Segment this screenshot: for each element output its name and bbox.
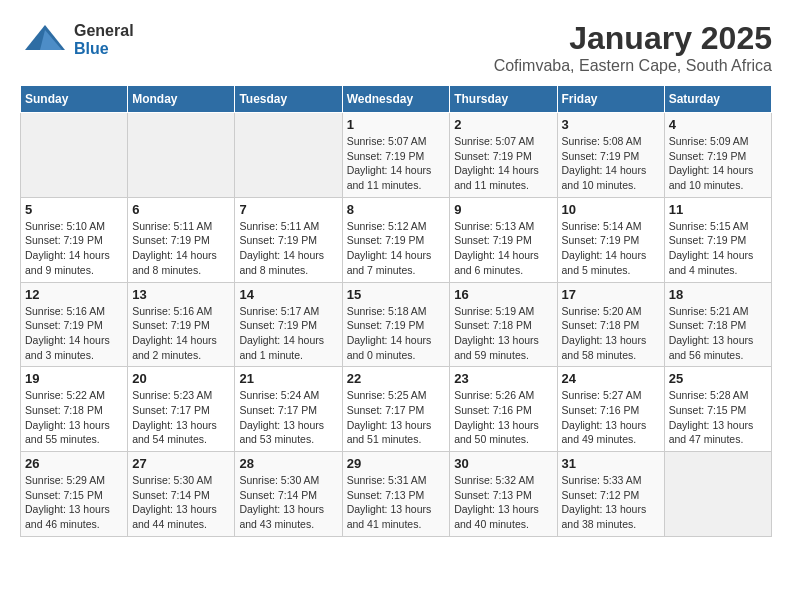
day-info: Sunrise: 5:20 AM Sunset: 7:18 PM Dayligh… (562, 304, 660, 363)
day-number: 28 (239, 456, 337, 471)
day-number: 6 (132, 202, 230, 217)
day-info: Sunrise: 5:08 AM Sunset: 7:19 PM Dayligh… (562, 134, 660, 193)
day-number: 5 (25, 202, 123, 217)
day-number: 20 (132, 371, 230, 386)
day-number: 26 (25, 456, 123, 471)
calendar-week-row: 26Sunrise: 5:29 AM Sunset: 7:15 PM Dayli… (21, 452, 772, 537)
calendar-cell: 11Sunrise: 5:15 AM Sunset: 7:19 PM Dayli… (664, 197, 771, 282)
day-number: 15 (347, 287, 446, 302)
day-info: Sunrise: 5:12 AM Sunset: 7:19 PM Dayligh… (347, 219, 446, 278)
page-header: General Blue January 2025 Cofimvaba, Eas… (20, 20, 772, 75)
calendar-cell: 12Sunrise: 5:16 AM Sunset: 7:19 PM Dayli… (21, 282, 128, 367)
day-number: 10 (562, 202, 660, 217)
weekday-header: Thursday (450, 86, 557, 113)
day-number: 13 (132, 287, 230, 302)
calendar-cell: 29Sunrise: 5:31 AM Sunset: 7:13 PM Dayli… (342, 452, 450, 537)
day-info: Sunrise: 5:11 AM Sunset: 7:19 PM Dayligh… (132, 219, 230, 278)
day-number: 17 (562, 287, 660, 302)
day-info: Sunrise: 5:09 AM Sunset: 7:19 PM Dayligh… (669, 134, 767, 193)
day-info: Sunrise: 5:28 AM Sunset: 7:15 PM Dayligh… (669, 388, 767, 447)
calendar-cell: 9Sunrise: 5:13 AM Sunset: 7:19 PM Daylig… (450, 197, 557, 282)
day-info: Sunrise: 5:25 AM Sunset: 7:17 PM Dayligh… (347, 388, 446, 447)
logo-general-text: General (74, 22, 134, 40)
calendar-cell: 31Sunrise: 5:33 AM Sunset: 7:12 PM Dayli… (557, 452, 664, 537)
day-number: 23 (454, 371, 552, 386)
weekday-header: Sunday (21, 86, 128, 113)
day-info: Sunrise: 5:07 AM Sunset: 7:19 PM Dayligh… (454, 134, 552, 193)
day-number: 9 (454, 202, 552, 217)
calendar-cell: 25Sunrise: 5:28 AM Sunset: 7:15 PM Dayli… (664, 367, 771, 452)
calendar-cell: 26Sunrise: 5:29 AM Sunset: 7:15 PM Dayli… (21, 452, 128, 537)
day-info: Sunrise: 5:14 AM Sunset: 7:19 PM Dayligh… (562, 219, 660, 278)
calendar-week-row: 12Sunrise: 5:16 AM Sunset: 7:19 PM Dayli… (21, 282, 772, 367)
logo-blue-text: Blue (74, 40, 134, 58)
day-number: 14 (239, 287, 337, 302)
page-title: January 2025 (494, 20, 772, 57)
calendar-cell: 30Sunrise: 5:32 AM Sunset: 7:13 PM Dayli… (450, 452, 557, 537)
day-number: 30 (454, 456, 552, 471)
calendar-cell: 10Sunrise: 5:14 AM Sunset: 7:19 PM Dayli… (557, 197, 664, 282)
weekday-header: Monday (128, 86, 235, 113)
calendar-cell: 15Sunrise: 5:18 AM Sunset: 7:19 PM Dayli… (342, 282, 450, 367)
calendar-cell: 18Sunrise: 5:21 AM Sunset: 7:18 PM Dayli… (664, 282, 771, 367)
logo-icon (20, 20, 70, 60)
day-number: 2 (454, 117, 552, 132)
day-number: 25 (669, 371, 767, 386)
day-number: 19 (25, 371, 123, 386)
day-info: Sunrise: 5:30 AM Sunset: 7:14 PM Dayligh… (132, 473, 230, 532)
day-info: Sunrise: 5:29 AM Sunset: 7:15 PM Dayligh… (25, 473, 123, 532)
day-info: Sunrise: 5:15 AM Sunset: 7:19 PM Dayligh… (669, 219, 767, 278)
calendar-week-row: 5Sunrise: 5:10 AM Sunset: 7:19 PM Daylig… (21, 197, 772, 282)
calendar-week-row: 19Sunrise: 5:22 AM Sunset: 7:18 PM Dayli… (21, 367, 772, 452)
day-info: Sunrise: 5:27 AM Sunset: 7:16 PM Dayligh… (562, 388, 660, 447)
day-info: Sunrise: 5:19 AM Sunset: 7:18 PM Dayligh… (454, 304, 552, 363)
calendar-cell: 7Sunrise: 5:11 AM Sunset: 7:19 PM Daylig… (235, 197, 342, 282)
calendar-cell (664, 452, 771, 537)
calendar-cell: 2Sunrise: 5:07 AM Sunset: 7:19 PM Daylig… (450, 113, 557, 198)
logo: General Blue (20, 20, 134, 60)
day-number: 24 (562, 371, 660, 386)
day-info: Sunrise: 5:24 AM Sunset: 7:17 PM Dayligh… (239, 388, 337, 447)
calendar-cell (235, 113, 342, 198)
calendar-cell: 23Sunrise: 5:26 AM Sunset: 7:16 PM Dayli… (450, 367, 557, 452)
day-info: Sunrise: 5:33 AM Sunset: 7:12 PM Dayligh… (562, 473, 660, 532)
day-number: 16 (454, 287, 552, 302)
day-info: Sunrise: 5:07 AM Sunset: 7:19 PM Dayligh… (347, 134, 446, 193)
day-number: 4 (669, 117, 767, 132)
day-number: 11 (669, 202, 767, 217)
weekday-header: Friday (557, 86, 664, 113)
day-info: Sunrise: 5:11 AM Sunset: 7:19 PM Dayligh… (239, 219, 337, 278)
day-info: Sunrise: 5:17 AM Sunset: 7:19 PM Dayligh… (239, 304, 337, 363)
day-info: Sunrise: 5:23 AM Sunset: 7:17 PM Dayligh… (132, 388, 230, 447)
calendar-cell: 21Sunrise: 5:24 AM Sunset: 7:17 PM Dayli… (235, 367, 342, 452)
calendar-cell: 24Sunrise: 5:27 AM Sunset: 7:16 PM Dayli… (557, 367, 664, 452)
weekday-header: Wednesday (342, 86, 450, 113)
day-info: Sunrise: 5:16 AM Sunset: 7:19 PM Dayligh… (25, 304, 123, 363)
day-info: Sunrise: 5:30 AM Sunset: 7:14 PM Dayligh… (239, 473, 337, 532)
calendar-cell: 5Sunrise: 5:10 AM Sunset: 7:19 PM Daylig… (21, 197, 128, 282)
day-info: Sunrise: 5:16 AM Sunset: 7:19 PM Dayligh… (132, 304, 230, 363)
day-number: 21 (239, 371, 337, 386)
calendar-cell: 28Sunrise: 5:30 AM Sunset: 7:14 PM Dayli… (235, 452, 342, 537)
day-number: 31 (562, 456, 660, 471)
page-subtitle: Cofimvaba, Eastern Cape, South Africa (494, 57, 772, 75)
day-number: 8 (347, 202, 446, 217)
calendar-cell: 1Sunrise: 5:07 AM Sunset: 7:19 PM Daylig… (342, 113, 450, 198)
calendar-table: SundayMondayTuesdayWednesdayThursdayFrid… (20, 85, 772, 537)
calendar-cell: 14Sunrise: 5:17 AM Sunset: 7:19 PM Dayli… (235, 282, 342, 367)
day-info: Sunrise: 5:22 AM Sunset: 7:18 PM Dayligh… (25, 388, 123, 447)
day-info: Sunrise: 5:32 AM Sunset: 7:13 PM Dayligh… (454, 473, 552, 532)
day-info: Sunrise: 5:31 AM Sunset: 7:13 PM Dayligh… (347, 473, 446, 532)
calendar-cell (128, 113, 235, 198)
weekday-header: Tuesday (235, 86, 342, 113)
day-number: 22 (347, 371, 446, 386)
calendar-cell: 6Sunrise: 5:11 AM Sunset: 7:19 PM Daylig… (128, 197, 235, 282)
weekday-header: Saturday (664, 86, 771, 113)
calendar-week-row: 1Sunrise: 5:07 AM Sunset: 7:19 PM Daylig… (21, 113, 772, 198)
day-number: 1 (347, 117, 446, 132)
calendar-cell: 27Sunrise: 5:30 AM Sunset: 7:14 PM Dayli… (128, 452, 235, 537)
calendar-cell: 19Sunrise: 5:22 AM Sunset: 7:18 PM Dayli… (21, 367, 128, 452)
day-info: Sunrise: 5:18 AM Sunset: 7:19 PM Dayligh… (347, 304, 446, 363)
day-number: 29 (347, 456, 446, 471)
day-number: 18 (669, 287, 767, 302)
